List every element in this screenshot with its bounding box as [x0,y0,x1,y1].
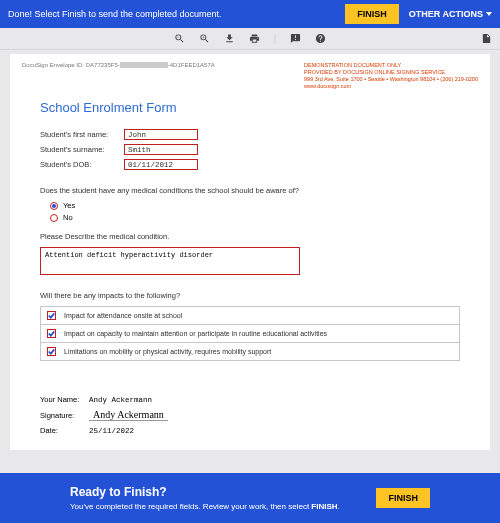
first-name-label: Student's first name: [40,130,124,139]
describe-field[interactable]: Attention deficit hyperactivity disorder [40,247,300,275]
impacts-label: Will there be any impacts to the followi… [40,291,460,300]
document-page: DocuSign Envelope ID: DA77235F5-XXXXXXXX… [10,54,490,450]
banner-message: Done! Select Finish to send the complete… [8,9,345,19]
document-toolbar: | [0,28,500,50]
footer-subtitle: You've completed the required fields. Re… [70,502,376,511]
finish-button-footer[interactable]: FINISH [376,488,430,508]
other-actions-label: OTHER ACTIONS [409,9,483,19]
medical-question: Does the student have any medical condit… [40,186,460,195]
impact-row: Impact on capacity to maintain attention… [41,325,459,343]
radio-no-label: No [63,213,73,222]
impact-label-1: Impact for attendance onsite at school [64,312,182,319]
footer-title: Ready to Finish? [70,485,376,499]
footer-banner: Ready to Finish? You've completed the re… [0,473,500,523]
surname-label: Student's surname: [40,145,124,154]
envelope-id: DocuSign Envelope ID: DA77235F5-XXXXXXXX… [22,62,215,68]
dob-label: Student's DOB: [40,160,124,169]
page-thumbnail-icon[interactable] [481,33,492,44]
describe-label: Please Describe the medical condition. [40,232,460,241]
impact-label-3: Limitations on mobility or physical acti… [64,348,271,355]
document-viewport: DocuSign Envelope ID: DA77235F5-XXXXXXXX… [0,50,500,450]
impacts-table: Impact for attendance onsite at school I… [40,306,460,361]
radio-yes[interactable] [50,202,58,210]
signer-name-value: Andy Ackermann [89,396,152,404]
impact-label-2: Impact on capacity to maintain attention… [64,330,327,337]
toolbar-divider: | [274,34,276,44]
demo-notice: DEMONSTRATION DOCUMENT ONLY PROVIDED BY … [304,62,478,91]
download-icon[interactable] [224,33,235,44]
help-icon[interactable] [315,33,326,44]
signature-image[interactable]: Andy Ackermann [89,409,168,421]
date-value: 25/11/2022 [89,427,134,435]
chevron-down-icon [486,12,492,16]
print-icon[interactable] [249,33,260,44]
comment-icon[interactable] [290,33,301,44]
impact-row: Impact for attendance onsite at school [41,307,459,325]
finish-button-top[interactable]: FINISH [345,4,399,24]
top-banner: Done! Select Finish to send the complete… [0,0,500,28]
first-name-field[interactable]: John [124,129,198,140]
impact-row: Limitations on mobility or physical acti… [41,343,459,360]
surname-field[interactable]: Smith [124,144,198,155]
zoom-in-icon[interactable] [199,33,210,44]
date-label: Date: [40,426,86,435]
impact-checkbox-3[interactable] [47,347,56,356]
impact-checkbox-2[interactable] [47,329,56,338]
impact-checkbox-1[interactable] [47,311,56,320]
dob-field[interactable]: 01/11/2012 [124,159,198,170]
signer-name-label: Your Name: [40,395,86,404]
other-actions-menu[interactable]: OTHER ACTIONS [409,9,492,19]
signature-block: Your Name: Andy Ackermann Signature: And… [40,395,460,435]
form-title: School Enrolment Form [40,100,460,115]
radio-yes-label: Yes [63,201,75,210]
zoom-out-icon[interactable] [174,33,185,44]
signature-label: Signature: [40,411,86,420]
radio-no[interactable] [50,214,58,222]
